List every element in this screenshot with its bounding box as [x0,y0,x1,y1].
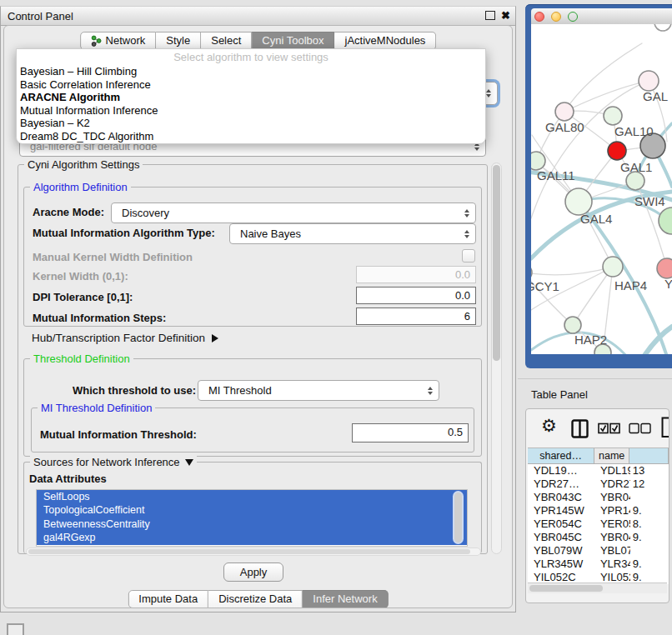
node-label-gal1: GAL1 [620,160,652,174]
network-graph[interactable]: GALGAL80GAL10GAL1GAL11SWI4GAL4GCY1HAP4YH… [531,24,672,354]
floating-panel-icon[interactable] [7,623,24,635]
column-header-shared[interactable]: shared… [528,448,594,463]
mi-steps-field[interactable]: 6 [356,308,476,325]
dpi-tolerance-field[interactable]: 0.0 [356,287,476,304]
threshold-definition-group: Threshold Definition Which threshold to … [23,358,482,457]
bottom-tab-infer-network[interactable]: Infer Network [303,590,388,608]
settings-scrollbar[interactable] [491,162,502,554]
network-node[interactable] [531,264,532,281]
combo-arrows-icon [464,209,469,218]
algorithm-option-basic-correlation-inference[interactable]: Basic Correlation Inference [17,78,485,92]
mi-type-value: Naive Bayes [240,228,301,240]
algorithm-option-bayesian-hill-climbing[interactable]: Bayesian – Hill Climbing [17,65,485,78]
cyni-algorithm-settings-group: Cyni Algorithm Settings Algorithm Defini… [18,164,488,554]
algorithm-list: Bayesian – Hill ClimbingBasic Correlatio… [17,65,485,143]
attribute-item-gal4rgexp[interactable]: gal4RGexp [37,531,467,544]
table-row[interactable]: YDL19…YDL19…13 [528,464,669,478]
network-node[interactable] [659,208,672,234]
network-icon [91,35,102,47]
manual-kernel-checkbox[interactable] [462,249,475,262]
algorithm-option-dream8-dc-tdc-algorithm[interactable]: Dream8 DC_TDC Algorithm [17,130,485,143]
bottom-tab-label: Discretize Data [218,591,292,608]
network-node[interactable] [657,258,672,278]
mi-type-combo[interactable]: Naive Bayes [229,223,476,244]
table-row[interactable]: YER054CYER054C8. [528,518,669,531]
tab-network[interactable]: Network [80,32,157,50]
table-cell: YPR145W [528,504,594,518]
aracne-mode-combo[interactable]: Discovery [111,202,476,223]
tab-style[interactable]: Style [156,32,201,50]
list-scrollbar[interactable] [454,492,462,542]
tab-cyni-toolbox[interactable]: Cyni Toolbox [252,32,334,50]
network-edge[interactable] [564,43,642,112]
node-label-gal80: GAL80 [545,120,584,134]
zoom-window-icon[interactable] [568,12,578,22]
close-window-icon[interactable] [534,12,544,22]
float-panel-icon[interactable] [485,11,495,20]
table-row[interactable]: YBR043CYBR043C [528,491,669,504]
network-node[interactable] [654,24,671,31]
table-row[interactable]: YDR27…YDR27…12 [528,478,669,491]
bottom-tab-impute-data[interactable]: Impute Data [128,590,208,608]
table-row[interactable]: YLR345WYLR345W9. [528,558,669,571]
expand-right-icon[interactable] [212,334,218,342]
select-unchecked-icon[interactable] [629,422,652,438]
table-hscrollbar[interactable] [528,582,667,593]
mi-threshold-field[interactable]: 0.5 [352,423,469,442]
column-header-2[interactable] [629,448,669,463]
algorithm-option-bayesian-k2[interactable]: Bayesian – K2 [17,117,485,130]
settings-scrollbar-thumb[interactable] [493,165,500,361]
select-checked-icon[interactable] [598,422,621,438]
network-node[interactable] [639,71,659,91]
network-edge[interactable] [564,81,649,112]
network-node[interactable] [531,152,545,170]
table-hscrollbar-thumb[interactable] [529,585,603,592]
table-cell [630,491,669,504]
bottom-tab-discretize-data[interactable]: Discretize Data [208,590,303,608]
table-panel-box: ⚙ [525,408,669,603]
node-label-gal4: GAL4 [580,212,612,226]
collapse-down-icon[interactable] [185,459,193,466]
data-attributes-list[interactable]: SelfLoopsTopologicalCoefficientBetweenne… [36,489,468,547]
kernel-width-field[interactable]: 0.0 [356,266,476,283]
sources-hscrollbar[interactable] [26,548,481,556]
node-label-gal11: GAL11 [537,168,575,182]
gear-icon[interactable]: ⚙ [541,416,557,436]
combo-arrows-icon [428,387,433,395]
table-row[interactable]: YBL079WYBL079W [528,544,669,558]
algorithm-option-aracne-algorithm[interactable]: ARACNE Algorithm [17,91,485,104]
settings-group-title: Cyni Algorithm Settings [24,158,143,171]
split-columns-icon[interactable] [571,419,589,442]
table-row[interactable]: YPR145WYPR145W9. [528,504,669,518]
attribute-item-betweennesscentrality[interactable]: BetweennessCentrality [37,518,467,531]
which-threshold-combo[interactable]: MI Threshold [198,380,439,401]
apply-button[interactable]: Apply [223,562,283,582]
network-node[interactable] [564,317,581,333]
network-node[interactable] [603,257,623,277]
tab-select[interactable]: Select [201,32,252,50]
network-node[interactable] [608,142,626,160]
table-cell: YDL19… [528,464,594,478]
minimize-window-icon[interactable] [551,12,561,22]
table-cell: 8. [630,518,669,531]
document-icon[interactable] [661,417,669,442]
table-toolbar: ⚙ [526,409,669,446]
network-node[interactable] [604,107,622,125]
popup-placeholder: Select algorithm to view settings [17,49,485,65]
network-view-window[interactable]: GALGAL80GAL10GAL1GAL11SWI4GAL4GCY1HAP4YH… [525,4,672,368]
which-threshold-value: MI Threshold [208,384,272,397]
attribute-item-topologicalcoefficient[interactable]: TopologicalCoefficient [37,503,467,517]
network-node[interactable] [626,172,644,190]
tab-jactivemnodules[interactable]: jActiveMNodules [335,32,437,50]
node-table[interactable]: shared…name YDL19…YDL19…13YDR27…YDR27…12… [528,448,669,602]
network-canvas[interactable]: GALGAL80GAL10GAL1GAL11SWI4GAL4GCY1HAP4YH… [531,24,672,354]
attribute-item-selfloops[interactable]: SelfLoops [37,490,467,503]
network-window-titlebar[interactable] [531,8,672,25]
control-panel-titlebar[interactable]: Control Panel ✖ [1,7,515,26]
table-row[interactable]: YBR045CYBR045C9. [528,531,669,544]
column-header-name[interactable]: name [594,448,629,463]
algorithm-option-mutual-information-inference[interactable]: Mutual Information Inference [17,104,485,118]
network-node[interactable] [555,102,574,121]
close-panel-icon[interactable]: ✖ [501,9,510,22]
hub-section-toggle[interactable]: Hub/Transcription Factor Definition [32,332,218,344]
